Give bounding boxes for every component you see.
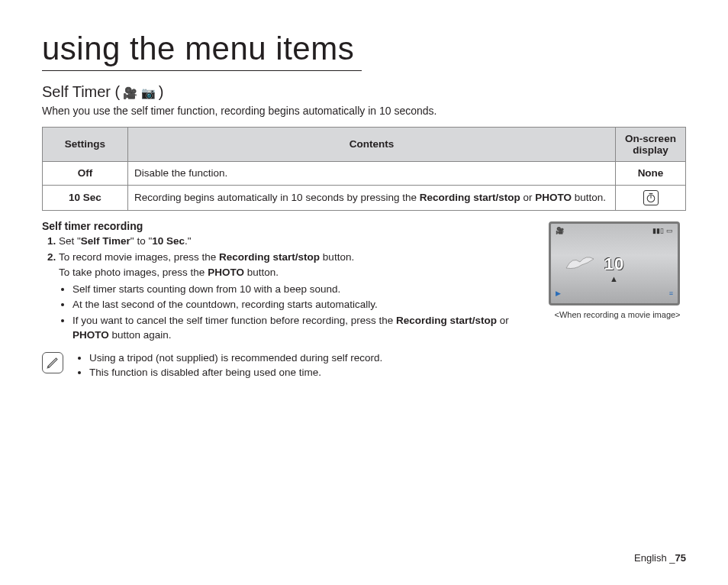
note-item: Using a tripod (not supplied) is recomme…: [89, 351, 382, 366]
rec-icon: 🎥: [556, 227, 564, 238]
setting-contents: Disable the function.: [128, 161, 616, 185]
note-list: Using a tripod (not supplied) is recomme…: [76, 351, 382, 380]
text: .": [185, 235, 192, 247]
section-heading-close: ): [159, 83, 164, 100]
bullet: If you want to cancel the self timer fun…: [72, 313, 532, 343]
countdown: 10: [551, 254, 678, 283]
bullet: Self timer starts counting down from 10 …: [72, 282, 532, 297]
menu-icon: ≡: [669, 289, 673, 300]
col-contents: Contents: [128, 127, 616, 161]
col-settings: Settings: [43, 127, 128, 161]
screen-caption: <When recording a movie image>: [549, 310, 686, 319]
step-1: Set "Self Timer" to "10 Sec.": [59, 234, 532, 249]
sub-heading: Self timer recording: [42, 220, 532, 232]
setting-display: [616, 185, 686, 210]
text: button again.: [109, 329, 172, 341]
bullet: At the last second of the countdown, rec…: [72, 297, 532, 312]
screen-botbar: ▶≡: [556, 289, 673, 300]
setting-display: None: [616, 161, 686, 185]
text: Set ": [59, 235, 81, 247]
note-icon: [42, 352, 63, 373]
screen-topbar: 🎥▮▮▯ ▭: [556, 227, 673, 238]
page-title: using the menu items: [42, 31, 362, 71]
status-icons: ▮▮▯ ▭: [652, 227, 673, 238]
section-heading-text: Self Timer (: [42, 83, 120, 100]
footer-lang: English _: [634, 552, 675, 564]
step-bullets: Self timer starts counting down from 10 …: [59, 282, 532, 343]
timer-icon: [643, 190, 659, 205]
setting-label: 10 Sec: [43, 185, 128, 210]
settings-table: Settings Contents On-screen display Off …: [42, 127, 686, 211]
text: If you want to cancel the self timer fun…: [72, 315, 396, 326]
text: To take photo images, press the: [59, 267, 208, 278]
note-block: Using a tripod (not supplied) is recomme…: [42, 351, 532, 380]
table-row: 10 Sec Recording begins automatically in…: [43, 185, 686, 210]
text: button.: [320, 251, 354, 263]
section-intro: When you use the self timer function, re…: [42, 104, 686, 119]
preview-screen: 🎥▮▮▯ ▭ 10 ▶≡: [549, 221, 680, 305]
bold: 10 Sec: [152, 235, 185, 247]
page-footer: English _75: [634, 552, 686, 564]
text: button.: [244, 267, 279, 278]
page-number: 75: [675, 552, 686, 564]
bold: PHOTO: [208, 267, 244, 278]
section-heading: Self Timer ( 🎥 📷 ): [42, 83, 686, 101]
text: " to ": [130, 235, 152, 247]
setting-label: Off: [43, 161, 128, 185]
text: or: [497, 315, 509, 326]
bold: PHOTO: [72, 329, 109, 341]
note-item: This function is disabled after being us…: [89, 365, 382, 380]
step-list: Set "Self Timer" to "10 Sec." To record …: [42, 234, 532, 343]
step-2: To record movie images, press the Record…: [59, 250, 532, 342]
bold: Recording start/stop: [396, 315, 497, 326]
table-header-row: Settings Contents On-screen display: [43, 127, 686, 161]
bold: Self Timer: [81, 235, 130, 247]
bold: Recording start/stop: [219, 251, 320, 263]
play-icon: ▶: [556, 289, 561, 300]
text: To record movie images, press the: [59, 251, 219, 263]
col-display: On-screen display: [616, 127, 686, 161]
table-row: Off Disable the function. None: [43, 161, 686, 185]
mode-icons: 🎥 📷: [120, 86, 159, 99]
setting-contents: Recording begins automatically in 10 sec…: [128, 185, 616, 210]
